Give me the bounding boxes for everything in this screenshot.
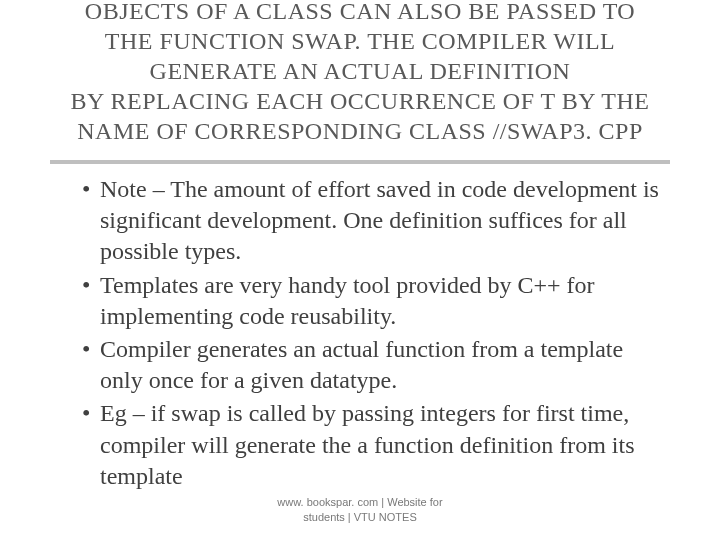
bullet-text: Compiler generates an actual function fr… bbox=[100, 334, 670, 396]
footer-line: students | VTU NOTES bbox=[0, 510, 720, 524]
title-line: NAME OF CORRESPONDING CLASS //SWAP3. CPP bbox=[50, 116, 670, 146]
bullet-text: Note – The amount of effort saved in cod… bbox=[100, 174, 670, 268]
bullet-icon: • bbox=[82, 174, 100, 268]
list-item: • Eg – if swap is called by passing inte… bbox=[82, 398, 670, 492]
title-line: OBJECTS OF A CLASS CAN ALSO BE PASSED TO bbox=[50, 0, 670, 26]
divider-line bbox=[50, 160, 670, 164]
bullet-text: Templates are very handy tool provided b… bbox=[100, 270, 670, 332]
title-line: THE FUNCTION SWAP. THE COMPILER WILL bbox=[50, 26, 670, 56]
list-item: • Compiler generates an actual function … bbox=[82, 334, 670, 396]
list-item: • Note – The amount of effort saved in c… bbox=[82, 174, 670, 268]
bullet-icon: • bbox=[82, 270, 100, 332]
bullet-icon: • bbox=[82, 334, 100, 396]
bullet-text: Eg – if swap is called by passing intege… bbox=[100, 398, 670, 492]
body-content: • Note – The amount of effort saved in c… bbox=[50, 174, 670, 492]
slide: OBJECTS OF A CLASS CAN ALSO BE PASSED TO… bbox=[0, 0, 720, 536]
title-line: BY REPLACING EACH OCCURRENCE OF T BY THE bbox=[50, 86, 670, 116]
list-item: • Templates are very handy tool provided… bbox=[82, 270, 670, 332]
bullet-icon: • bbox=[82, 398, 100, 492]
title-line: GENERATE AN ACTUAL DEFINITION bbox=[50, 56, 670, 86]
footer: www. bookspar. com | Website for student… bbox=[0, 495, 720, 524]
slide-title: OBJECTS OF A CLASS CAN ALSO BE PASSED TO… bbox=[50, 0, 670, 146]
footer-line: www. bookspar. com | Website for bbox=[0, 495, 720, 509]
